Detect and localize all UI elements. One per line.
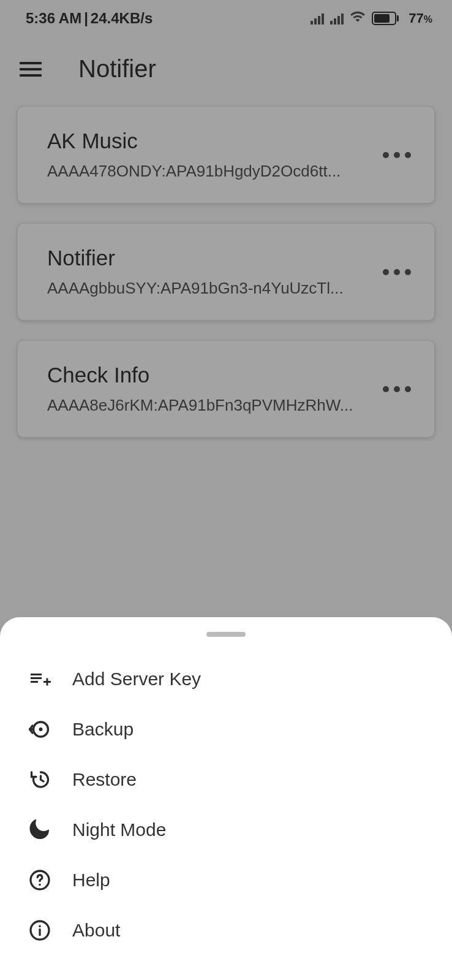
status-bar: 5:36 AM | 24.4KB/s 77% [0, 0, 452, 37]
drag-handle[interactable] [206, 632, 246, 637]
moon-icon [28, 818, 51, 841]
battery-percent: 77% [409, 10, 432, 26]
signal-icon-2 [330, 12, 344, 25]
help-icon [28, 868, 51, 892]
sheet-item-restore[interactable]: Restore [0, 754, 452, 805]
backup-icon [28, 718, 51, 741]
sheet-label: Add Server Key [72, 669, 201, 689]
restore-icon [28, 768, 51, 791]
sheet-item-help[interactable]: Help [0, 855, 452, 905]
more-icon[interactable] [377, 263, 417, 281]
sheet-item-backup[interactable]: Backup [0, 704, 452, 754]
card-key: AAAAgbbuSYY:APA91bGn3-n4YuUzcTl... [47, 279, 369, 298]
battery-icon [372, 12, 399, 25]
svg-point-6 [39, 925, 41, 927]
card-key: AAAA478ONDY:APA91bHgdyD2Ocd6tt... [47, 162, 369, 181]
wifi-icon [350, 9, 366, 28]
status-left: 5:36 AM | 24.4KB/s [26, 10, 153, 27]
card-notifier[interactable]: Notifier AAAAgbbuSYY:APA91bGn3-n4YuUzcTl… [17, 223, 435, 321]
app-bar: Notifier [0, 37, 452, 97]
card-check-info[interactable]: Check Info AAAA8eJ6rKM:APA91bFn3qPVMHzRh… [17, 340, 435, 438]
page-title: Notifier [78, 55, 156, 83]
more-icon[interactable] [377, 380, 417, 398]
menu-icon[interactable] [20, 62, 42, 77]
sheet-label: About [72, 920, 120, 941]
svg-point-1 [39, 727, 43, 731]
info-icon [28, 919, 51, 942]
card-list: AK Music AAAA478ONDY:APA91bHgdyD2Ocd6tt.… [0, 97, 452, 466]
card-key: AAAA8eJ6rKM:APA91bFn3qPVMHzRhW... [47, 396, 369, 415]
sheet-item-night-mode[interactable]: Night Mode [0, 805, 452, 855]
status-separator: | [84, 10, 88, 27]
sheet-label: Restore [72, 769, 137, 790]
playlist-add-icon [28, 667, 51, 691]
svg-point-3 [39, 884, 41, 886]
status-speed: 24.4KB/s [91, 10, 153, 27]
sheet-item-add-server-key[interactable]: Add Server Key [0, 654, 452, 704]
more-icon[interactable] [377, 146, 417, 164]
status-right: 77% [311, 9, 432, 28]
status-time: 5:36 AM [26, 10, 81, 27]
sheet-label: Night Mode [72, 819, 166, 840]
sheet-label: Help [72, 870, 110, 891]
card-ak-music[interactable]: AK Music AAAA478ONDY:APA91bHgdyD2Ocd6tt.… [17, 106, 435, 203]
sheet-label: Backup [72, 719, 134, 740]
card-title: AK Music [47, 129, 369, 153]
bottom-sheet: Add Server Key Backup Restore Night Mode… [0, 617, 452, 980]
sheet-item-about[interactable]: About [0, 905, 452, 955]
signal-icon-1 [311, 12, 324, 25]
card-title: Notifier [47, 246, 369, 270]
card-title: Check Info [47, 363, 369, 387]
